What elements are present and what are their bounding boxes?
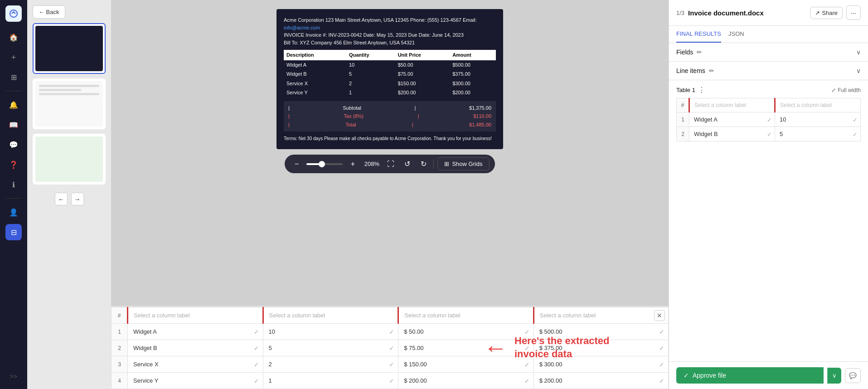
rt-header-col1-input[interactable] (690, 98, 774, 112)
sidebar-collapse-btn[interactable]: >> (10, 373, 17, 384)
grid-header-col1-input[interactable] (128, 307, 262, 323)
grid-row1-col4-input[interactable] (534, 324, 668, 340)
grid-row1-col2-input[interactable] (263, 324, 398, 340)
grid-row3-col3[interactable]: ✓ (398, 356, 534, 373)
grid-row3-col4-wrap: ✓ (534, 356, 668, 372)
redo-button[interactable]: ↻ (417, 158, 430, 170)
grid-row1-col3-input[interactable] (398, 324, 533, 340)
comment-button[interactable]: 💬 (845, 368, 861, 383)
approve-label: Approve file (693, 372, 726, 379)
full-width-label: Full width (838, 87, 861, 93)
grid-row2-col1-input[interactable] (128, 340, 263, 356)
grid-row1-col4[interactable]: ✓ (533, 324, 668, 340)
grid-header-col3-input[interactable] (399, 307, 533, 323)
full-width-button[interactable]: ⤢ Full width (831, 87, 861, 93)
grid-row4-col1[interactable]: ✓ (128, 373, 263, 389)
grid-row2-col1[interactable]: ✓ (128, 340, 263, 356)
sidebar-item-bell[interactable]: 🔔 (5, 97, 22, 113)
grid-row3-col2-input[interactable] (263, 356, 398, 372)
zoom-in-button[interactable]: + (346, 158, 359, 170)
grid-row3-col1-input[interactable] (128, 356, 263, 372)
line-items-edit-icon[interactable]: ✏ (709, 67, 714, 74)
grid-row2-col2[interactable]: ✓ (263, 340, 398, 356)
grid-row3-col4-input[interactable] (534, 356, 668, 372)
thumbnail-page-2[interactable] (33, 78, 106, 129)
grid-row2-col4-input[interactable] (534, 340, 668, 356)
right-table-header: # (677, 98, 861, 112)
fullscreen-button[interactable]: ⛶ (384, 158, 397, 170)
grid-row2-col3[interactable]: ✓ (398, 340, 534, 356)
rt-row1-col1[interactable]: ✓ (689, 112, 775, 127)
invoice-row-2: Widget B5$75.00$375.00 (284, 69, 496, 79)
undo-button[interactable]: ↺ (401, 158, 413, 170)
grid-row3-col2[interactable]: ✓ (263, 356, 398, 373)
grid-header-col4-input[interactable] (534, 307, 668, 323)
line-items-section-header[interactable]: Line items ✏ ∨ (676, 67, 861, 74)
page-next-button[interactable]: → (71, 193, 84, 205)
bottom-panel-close-button[interactable]: ✕ (654, 310, 665, 321)
rt-row2-col1[interactable]: ✓ (689, 127, 775, 141)
sidebar-item-person[interactable]: 👤 (5, 204, 22, 220)
grid-row2-col4[interactable]: ✓ (533, 340, 668, 356)
more-options-button[interactable]: ··· (846, 5, 861, 20)
approve-button[interactable]: ✓ Approve file (676, 367, 824, 384)
tab-final-results[interactable]: FINAL RESULTS (676, 26, 721, 43)
grid-row2-col3-input[interactable] (398, 340, 533, 356)
sidebar-item-grid[interactable]: ⊞ (5, 69, 22, 85)
grid-row1-col2[interactable]: ✓ (263, 324, 398, 340)
grid-row4-col1-input[interactable] (128, 373, 263, 389)
invoice-col-price: Unit Price (395, 50, 450, 60)
rt-row1-col2[interactable]: ✓ (775, 112, 861, 127)
rt-row1-col2-input[interactable] (775, 112, 860, 126)
table-more-button[interactable]: ⋮ (698, 86, 705, 94)
grid-row1-col3[interactable]: ✓ (398, 324, 534, 340)
rt-row1-col1-input[interactable] (689, 112, 775, 126)
grid-row1-col1-input[interactable] (128, 324, 263, 340)
grid-row-2: 2 ✓ ✓ (112, 340, 669, 356)
back-button[interactable]: ← Back (33, 5, 65, 19)
rt-row2-col1-input[interactable] (689, 127, 775, 141)
rt-row2-col2[interactable]: ✓ (775, 127, 861, 141)
grid-header-col1[interactable] (128, 307, 263, 324)
tab-json[interactable]: JSON (728, 26, 744, 43)
show-grids-button[interactable]: ⊞ Show Grids (437, 157, 489, 170)
sidebar-item-help2[interactable]: ℹ (5, 176, 22, 193)
grid-header-col4[interactable] (533, 307, 668, 324)
rt-header-col2[interactable] (775, 98, 861, 112)
grid-header-col2-input[interactable] (264, 307, 398, 323)
fields-section-header[interactable]: Fields ✏ ∨ (676, 49, 861, 56)
grid-row4-col3-input[interactable] (398, 373, 533, 389)
sidebar-item-add[interactable]: ＋ (5, 49, 22, 65)
grid-header-col3[interactable] (398, 307, 534, 324)
rt-header-col1[interactable] (689, 98, 775, 112)
grid-row3-col4[interactable]: ✓ (533, 356, 668, 373)
grid-row3-col1[interactable]: ✓ (128, 356, 263, 373)
grid-row4-col2-input[interactable] (263, 373, 398, 389)
grid-row2-col2-input[interactable] (263, 340, 398, 356)
rt-header-col2-input[interactable] (776, 98, 860, 112)
grid-header-col4-input-wrap (534, 307, 668, 323)
rt-row2-col2-input[interactable] (775, 127, 860, 141)
approve-dropdown-button[interactable]: ∨ (827, 368, 841, 384)
sidebar-item-help[interactable]: ❓ (5, 156, 22, 173)
grid-row3-col3-input[interactable] (398, 356, 533, 372)
share-button[interactable]: ↗ Share (810, 7, 843, 19)
invoice-header: Acme Corporation 123 Main Street Anytown… (284, 16, 496, 46)
grid-row4-col3[interactable]: ✓ (398, 373, 534, 389)
sidebar-item-message[interactable]: 💬 (5, 136, 22, 153)
page-prev-button[interactable]: ← (55, 193, 68, 205)
thumbnail-page-3[interactable] (33, 134, 106, 185)
sidebar-item-book[interactable]: 📖 (5, 117, 22, 133)
check-icon: ✓ (659, 328, 664, 336)
sidebar-item-home[interactable]: 🏠 (5, 29, 22, 45)
zoom-slider[interactable] (306, 163, 343, 165)
grid-row4-col4[interactable]: ✓ (533, 373, 668, 389)
sidebar-item-table[interactable]: ⊟ (5, 224, 22, 240)
thumbnail-page-1[interactable] (33, 23, 106, 74)
zoom-out-button[interactable]: − (290, 158, 303, 170)
fields-edit-icon[interactable]: ✏ (697, 49, 702, 56)
grid-row4-col4-input[interactable] (534, 373, 668, 389)
grid-row4-col2[interactable]: ✓ (263, 373, 398, 389)
grid-row1-col1[interactable]: ✓ (128, 324, 263, 340)
grid-header-col2[interactable] (263, 307, 398, 324)
